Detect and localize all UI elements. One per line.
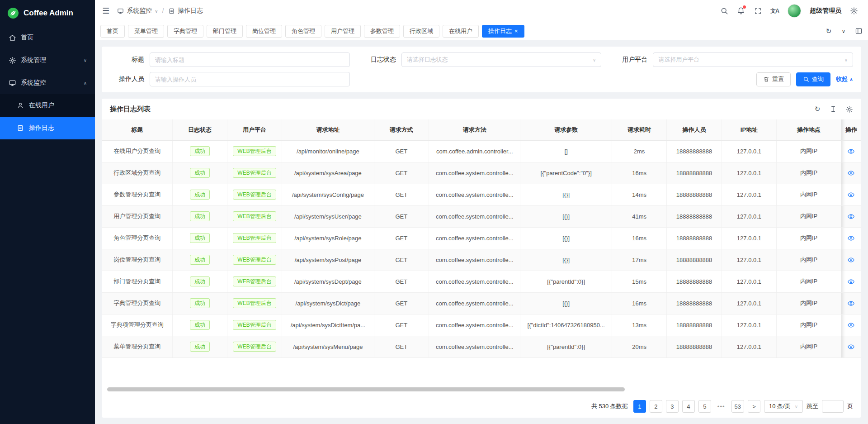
sidebar-item-home[interactable]: 首页: [0, 26, 95, 49]
top-bar: ☰ 系统监控 ∨ / 操作日志 文: [95, 0, 868, 22]
chevron-down-icon: ∨: [593, 57, 596, 62]
platform-cell: WEB管理后台: [227, 292, 282, 314]
action-cell: [841, 292, 861, 314]
view-detail-eye-icon[interactable]: [847, 343, 855, 351]
sidebar-item-operation-log[interactable]: 操作日志: [0, 117, 95, 139]
language-translate-icon[interactable]: 文A: [770, 7, 779, 15]
platform-tag: WEB管理后台: [233, 211, 276, 221]
tab-item[interactable]: 在线用户: [443, 25, 479, 38]
view-detail-eye-icon[interactable]: [847, 300, 855, 307]
ip-cell: 127.0.0.1: [722, 205, 776, 227]
url-cell: /api/monitor/online/page: [282, 140, 374, 162]
sidebar-item-online-users[interactable]: 在线用户: [0, 94, 95, 117]
collapse-search-link[interactable]: 收起 ∧: [836, 75, 853, 83]
view-detail-eye-icon[interactable]: [847, 278, 855, 286]
tab-active[interactable]: 操作日志×: [482, 25, 524, 38]
tab-label: 在线用户: [449, 27, 472, 35]
notification-bell-icon[interactable]: [737, 7, 745, 15]
method-cell: GET: [374, 249, 429, 271]
operator-cell: 18888888888: [667, 292, 722, 314]
ip-cell: 127.0.0.1: [722, 227, 776, 249]
page-button[interactable]: 4: [682, 400, 695, 413]
breadcrumb-system-monitor[interactable]: 系统监控 ∨: [117, 7, 158, 15]
status-tag: 成功: [190, 211, 210, 221]
tab-item[interactable]: 参数管理: [364, 25, 400, 38]
tab-label: 角色管理: [292, 27, 315, 35]
view-detail-eye-icon[interactable]: [847, 169, 855, 177]
tab-close-icon[interactable]: ×: [514, 28, 518, 34]
page-button[interactable]: 2: [650, 400, 662, 413]
tab-item[interactable]: 角色管理: [285, 25, 321, 38]
log-status-select[interactable]: 请选择日志状态 ∨: [401, 52, 602, 67]
operator-cell: 18888888888: [667, 314, 722, 336]
page-button[interactable]: 53: [731, 400, 744, 413]
tabs-refresh-icon[interactable]: ↻: [825, 27, 833, 35]
tab-item[interactable]: 岗位管理: [246, 25, 282, 38]
sidebar-item-system-monitor[interactable]: 系统监控 ∧: [0, 71, 95, 94]
tab-item[interactable]: 字典管理: [167, 25, 203, 38]
location-cell: 内网IP: [777, 184, 841, 205]
operator-input[interactable]: [150, 72, 350, 86]
collapse-sidebar-icon[interactable]: ☰: [102, 6, 109, 16]
log-table-body: 在线用户分页查询成功WEB管理后台/api/monitor/online/pag…: [102, 140, 861, 357]
func-cell: com.coffee.system.controlle...: [429, 227, 520, 249]
operator-cell: 18888888888: [667, 249, 722, 271]
status-cell: 成功: [173, 292, 227, 314]
platform-tag: WEB管理后台: [233, 298, 276, 308]
search-icon: [803, 76, 809, 82]
url-cell: /api/system/sysRole/page: [282, 227, 374, 249]
page-button[interactable]: 5: [698, 400, 711, 413]
tab-item[interactable]: 行政区域: [403, 25, 439, 38]
tab-label: 操作日志: [488, 27, 512, 35]
horizontal-scrollbar-thumb[interactable]: [107, 387, 625, 391]
query-button[interactable]: 查询: [796, 72, 830, 86]
user-avatar[interactable]: [788, 4, 801, 18]
method-cell: GET: [374, 140, 429, 162]
tab-item[interactable]: 菜单管理: [128, 25, 164, 38]
fullscreen-icon[interactable]: [754, 7, 762, 15]
view-detail-eye-icon[interactable]: [847, 321, 855, 329]
status-tag: 成功: [190, 320, 210, 330]
func-cell: com.coffee.system.controlle...: [429, 249, 520, 271]
refresh-icon[interactable]: ↻: [813, 105, 821, 113]
status-cell: 成功: [173, 249, 227, 271]
page-button[interactable]: 1: [633, 400, 646, 413]
notification-dot: [743, 5, 746, 9]
tabs-dropdown-icon[interactable]: ∨: [840, 27, 848, 35]
view-detail-eye-icon[interactable]: [847, 191, 855, 199]
page-button[interactable]: 3: [666, 400, 679, 413]
breadcrumb-operation-log[interactable]: 操作日志: [168, 7, 203, 15]
ip-cell: 127.0.0.1: [722, 162, 776, 184]
layout-icon[interactable]: [854, 27, 863, 35]
view-detail-eye-icon[interactable]: [847, 234, 855, 242]
search-icon[interactable]: [720, 7, 728, 15]
title-cell: 参数管理分页查询: [102, 184, 173, 205]
location-cell: 内网IP: [777, 205, 841, 227]
tab-item[interactable]: 用户管理: [325, 25, 361, 38]
jump-page-input[interactable]: [822, 400, 844, 413]
table-scroll-area: 标题日志状态用户平台请求地址请求方式请求方法请求参数请求耗时操作人员IP地址操作…: [102, 119, 861, 387]
user-platform-select[interactable]: 请选择用户平台 ∨: [653, 52, 853, 67]
params-cell: [{}]: [520, 292, 612, 314]
title-input[interactable]: [150, 52, 350, 67]
logo[interactable]: Coffee Admin: [0, 0, 95, 26]
view-detail-eye-icon[interactable]: [847, 148, 855, 155]
column-settings-gear-icon[interactable]: [845, 105, 853, 113]
settings-gear-icon[interactable]: [850, 7, 858, 15]
density-icon[interactable]: [829, 105, 837, 113]
pagination-total: 共 530 条数据: [591, 402, 628, 410]
time-cell: 16ms: [612, 292, 666, 314]
tab-item[interactable]: 部门管理: [207, 25, 243, 38]
func-cell: com.coffee.system.controlle...: [429, 292, 520, 314]
sidebar-item-system-management[interactable]: 系统管理 ∨: [0, 49, 95, 71]
user-name[interactable]: 超级管理员: [810, 7, 841, 15]
view-detail-eye-icon[interactable]: [847, 256, 855, 264]
tab-item[interactable]: 首页: [100, 25, 125, 38]
page-size-select[interactable]: 10 条/页 ∨: [764, 400, 803, 413]
jump-suffix: 页: [847, 402, 853, 410]
column-header: IP地址: [722, 119, 776, 140]
next-page-button[interactable]: >: [748, 400, 760, 413]
view-detail-eye-icon[interactable]: [847, 213, 855, 220]
method-cell: GET: [374, 314, 429, 336]
reset-button[interactable]: 重置: [756, 72, 791, 86]
